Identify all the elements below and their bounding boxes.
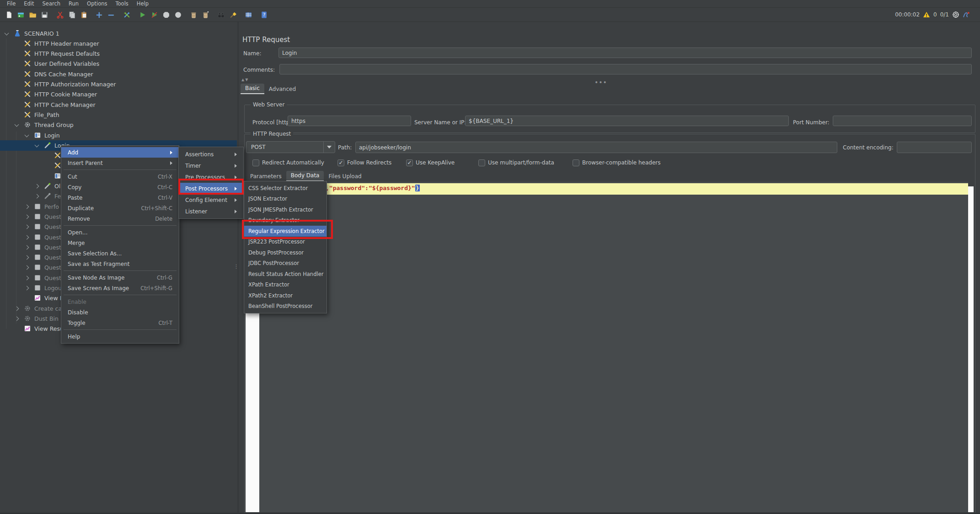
menu-search[interactable]: Search <box>38 0 65 7</box>
jmeter-logo-icon <box>963 11 970 18</box>
tab-parameters[interactable]: Parameters <box>246 172 286 181</box>
checkbox-follow-redirects[interactable]: ✓Follow Redirects <box>337 159 391 166</box>
menu-item-save-node-as-image[interactable]: Save Node As ImageCtrl-G <box>61 272 179 283</box>
checkbox-label: Use multipart/form-data <box>488 159 554 166</box>
menu-tools[interactable]: Tools <box>111 0 132 7</box>
tab-basic[interactable]: Basic <box>241 84 264 94</box>
menu-item-result-status-action-handler[interactable]: Result Status Action Handler <box>244 269 327 280</box>
protocol-field[interactable] <box>288 116 411 126</box>
splitter-drag-handle[interactable]: ••• <box>594 79 607 86</box>
paste-button[interactable] <box>79 10 89 20</box>
tab-body-data[interactable]: Body Data <box>286 171 324 181</box>
start-button[interactable] <box>137 10 148 20</box>
expand-plus-button[interactable]: + <box>94 10 105 20</box>
menu-item-debug-postprocessor[interactable]: Debug PostProcessor <box>244 247 327 258</box>
clear-all-button[interactable] <box>200 10 211 20</box>
search-button[interactable] <box>216 10 226 20</box>
svg-text:?: ? <box>262 12 265 18</box>
cut-button[interactable] <box>55 10 65 20</box>
help-button[interactable]: ? <box>259 10 269 20</box>
menu-item-paste[interactable]: PasteCtrl-V <box>61 192 179 203</box>
collapse-minus-icon: − <box>107 11 115 19</box>
shutdown-button[interactable] <box>173 10 183 20</box>
menu-item-duplicate[interactable]: DuplicateCtrl+Shift-C <box>61 203 179 213</box>
templates-button[interactable] <box>16 10 26 20</box>
menu-item-timer[interactable]: Timer <box>179 160 243 171</box>
menu-file[interactable]: File <box>3 0 20 7</box>
menu-item-save-as-test-fragment[interactable]: Save as Test Fragment <box>61 259 179 269</box>
menu-run[interactable]: Run <box>64 0 83 7</box>
menu-separator <box>64 270 177 271</box>
menu-item-insert-parent[interactable]: Insert Parent <box>61 158 179 168</box>
content-encoding-field[interactable] <box>897 142 972 153</box>
server-name-field[interactable] <box>465 116 789 126</box>
menu-item-merge[interactable]: Merge <box>61 238 179 248</box>
menu-item-json-jmespath-extractor[interactable]: JSON JMESPath Extractor <box>244 204 327 215</box>
submenu-arrow-icon <box>235 153 237 156</box>
reset-search-button[interactable] <box>228 10 238 20</box>
body-data-editor[interactable] <box>259 182 968 512</box>
comments-field[interactable] <box>279 64 972 74</box>
method-select[interactable]: POST <box>246 141 335 153</box>
annotation-box-post-processors <box>178 179 244 195</box>
start-icon <box>139 11 146 19</box>
name-field[interactable] <box>278 48 972 58</box>
cut-icon <box>56 11 64 19</box>
menu-item-xpath-extractor[interactable]: XPath Extractor <box>244 280 327 291</box>
clear-button[interactable] <box>188 10 199 20</box>
menu-item-remove[interactable]: RemoveDelete <box>61 213 179 224</box>
unchecked-checkbox-icon[interactable] <box>252 159 259 166</box>
splitter-collapse-control[interactable]: ▲▼ <box>241 78 249 82</box>
menu-item-help[interactable]: Help <box>61 331 179 342</box>
menu-item-json-extractor[interactable]: JSON Extractor <box>244 194 327 205</box>
toggle-arrows-button[interactable] <box>122 10 132 20</box>
menu-item-toggle[interactable]: ToggleCtrl-T <box>61 318 179 328</box>
stop-button[interactable] <box>161 10 171 20</box>
unchecked-checkbox-icon[interactable] <box>573 159 579 166</box>
menu-item-label: Disable <box>68 309 88 316</box>
path-field[interactable] <box>355 142 837 153</box>
expand-plus-icon: + <box>96 11 103 19</box>
menu-item-cut[interactable]: CutCtrl-X <box>61 171 179 182</box>
menu-options[interactable]: Options <box>83 0 111 7</box>
unchecked-checkbox-icon[interactable] <box>478 159 485 166</box>
menu-item-add[interactable]: Add <box>61 147 179 158</box>
menu-item-disable[interactable]: Disable <box>61 307 179 318</box>
menu-item-assertions[interactable]: Assertions <box>179 148 243 160</box>
split-divider-handle[interactable]: ⋮ <box>234 265 239 268</box>
search-icon <box>217 11 225 19</box>
checked-checkbox-icon[interactable]: ✓ <box>406 159 413 166</box>
checked-checkbox-icon[interactable]: ✓ <box>337 159 344 166</box>
function-helper-button[interactable] <box>243 10 254 20</box>
copy-button[interactable] <box>67 10 77 20</box>
warning-icon[interactable] <box>923 11 930 18</box>
checkbox-browser-compatible-headers[interactable]: Browser-compatible headers <box>573 159 661 166</box>
menu-item-save-screen-as-image[interactable]: Save Screen As ImageCtrl+Shift-G <box>61 283 179 293</box>
menu-item-beanshell-postprocessor[interactable]: BeanShell PostProcessor <box>244 301 327 312</box>
port-number-field[interactable] <box>833 116 972 126</box>
open-folder-button[interactable] <box>27 10 38 20</box>
menu-item-copy[interactable]: CopyCtrl-C <box>61 182 179 192</box>
menu-item-shortcut: Ctrl-X <box>148 174 172 180</box>
editor-scrollbar[interactable] <box>968 186 974 512</box>
menu-item-config-element[interactable]: Config Element <box>179 194 243 206</box>
checkbox-redirect-automatically[interactable]: Redirect Automatically <box>252 159 324 166</box>
menu-edit[interactable]: Edit <box>20 0 38 7</box>
start-no-pauses-button[interactable] <box>149 10 160 20</box>
menu-item-save-selection-as-[interactable]: Save Selection As... <box>61 248 179 259</box>
menu-item-jdbc-postprocessor[interactable]: JDBC PostProcessor <box>244 258 327 269</box>
collapse-minus-button[interactable]: − <box>106 10 117 20</box>
checkbox-use-multipart-form-data[interactable]: Use multipart/form-data <box>478 159 554 166</box>
tab-files-upload[interactable]: Files Upload <box>324 172 366 181</box>
checkbox-use-keepalive[interactable]: ✓Use KeepAlive <box>406 159 455 166</box>
menu-item-xpath2-extractor[interactable]: XPath2 Extractor <box>244 290 327 301</box>
menu-item-enable[interactable]: Enable <box>61 297 179 307</box>
menu-item-listener[interactable]: Listener <box>179 206 243 217</box>
menu-item-open-[interactable]: Open... <box>61 227 179 238</box>
save-button[interactable] <box>39 10 50 20</box>
menu-help[interactable]: Help <box>133 0 153 7</box>
menu-item-css-selector-extractor[interactable]: CSS Selector Extractor <box>244 183 327 194</box>
new-file-button[interactable] <box>4 10 14 20</box>
remote-start-icon[interactable] <box>952 11 959 18</box>
tab-advanced[interactable]: Advanced <box>264 85 300 94</box>
